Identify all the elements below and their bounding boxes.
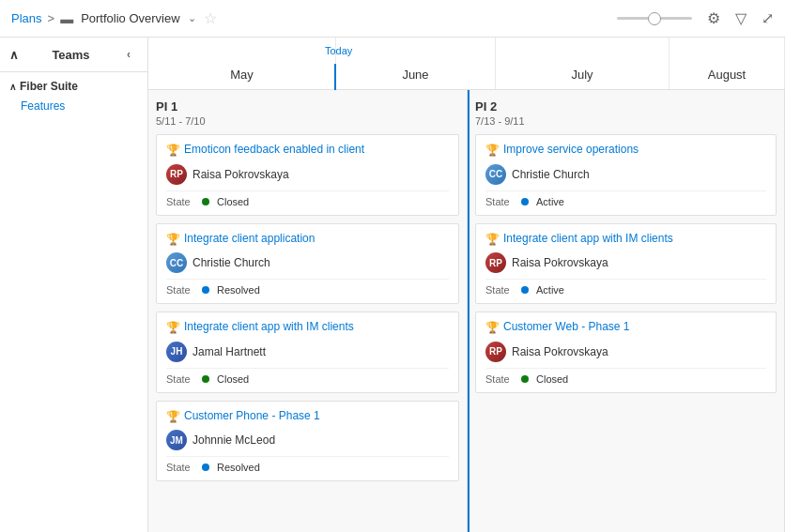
timeline-header: Today May June July August (148, 38, 785, 90)
feature-title: 🏆 Integrate client app with IM clients (166, 320, 449, 336)
feature-card[interactable]: 🏆 Customer Phone - Phase 1 JM Johnnie Mc… (156, 401, 459, 482)
month-august: August (670, 38, 785, 89)
expand-icon[interactable]: ⤢ (762, 9, 774, 27)
assignee-name: Raisa Pokrovskaya (512, 345, 608, 358)
sidebar-group-header: ∧ Fiber Suite (0, 76, 147, 97)
avatar: JH (166, 342, 187, 362)
feature-card[interactable]: 🏆 Emoticon feedback enabled in client RP… (156, 134, 459, 216)
avatar: JM (166, 430, 187, 450)
feature-assignee: RP Raisa Pokrovskaya (485, 252, 766, 273)
feature-title: 🏆 Customer Phone - Phase 1 (166, 409, 449, 425)
assignee-name: Raisa Pokrovskaya (512, 256, 608, 269)
state-label: State (166, 196, 194, 207)
sidebar-group-fiber-suite: ∧ Fiber Suite Features (0, 72, 147, 119)
feature-assignee: CC Christie Church (166, 252, 449, 273)
feature-state: State Active (485, 190, 766, 207)
feature-assignee: RP Raisa Pokrovskaya (485, 342, 766, 362)
avatar: RP (166, 164, 187, 185)
feature-assignee: JH Jamal Hartnett (166, 342, 449, 362)
state-dot (521, 286, 529, 294)
slider-thumb[interactable] (648, 12, 661, 25)
trophy-icon: 🏆 (166, 144, 180, 159)
assignee-name: Johnnie McLeod (192, 433, 275, 447)
state-value: Resolved (217, 462, 260, 473)
feature-state: State Resolved (166, 456, 449, 473)
pi2-column: PI 2 7/13 - 9/11 🏆 Improve service opera… (468, 90, 785, 532)
state-dot (521, 375, 529, 383)
state-dot (521, 198, 529, 205)
trophy-icon: 🏆 (485, 321, 500, 336)
breadcrumb-separator: > (48, 11, 55, 25)
feature-state: State Active (485, 279, 766, 296)
feature-title: 🏆 Integrate client app with IM clients (485, 232, 766, 248)
feature-state: State Closed (485, 368, 766, 385)
month-may: May (148, 38, 336, 89)
feature-card[interactable]: 🏆 Integrate client app with IM clients R… (475, 223, 777, 305)
content-area: Today May June July August P (148, 38, 785, 532)
portfolio-icon: ▬ (60, 11, 73, 26)
avatar: RP (485, 342, 506, 362)
breadcrumb-chevron-icon[interactable]: ⌄ (188, 12, 196, 24)
sidebar: ∧ Teams ‹ ∧ Fiber Suite Features (0, 38, 148, 532)
breadcrumb: Plans > ▬ Portfolio Overview ⌄ (11, 11, 196, 26)
state-dot (202, 375, 209, 383)
avatar: RP (485, 252, 506, 273)
month-june: June (336, 38, 496, 89)
filter-icon[interactable]: ▽ (735, 9, 747, 27)
state-label: State (485, 373, 514, 385)
month-july: July (496, 38, 670, 89)
group-chevron-icon: ∧ (9, 82, 16, 92)
sidebar-group-label: Fiber Suite (20, 80, 78, 93)
slider-track (617, 17, 692, 20)
timeline-body: PI 1 5/11 - 7/10 🏆 Emoticon feedback ena… (148, 90, 785, 532)
feature-card[interactable]: 🏆 Customer Web - Phase 1 RP Raisa Pokrov… (475, 312, 777, 393)
sidebar-teams-label: Teams (52, 48, 89, 62)
feature-state: State Closed (166, 368, 449, 385)
trophy-icon: 🏆 (166, 410, 180, 425)
avatar: CC (485, 164, 506, 185)
pi2-label: PI 2 (475, 99, 777, 114)
feature-assignee: CC Christie Church (485, 164, 766, 185)
sidebar-collapse-button[interactable]: ‹ (119, 45, 138, 64)
pi1-label: PI 1 (156, 99, 459, 114)
pi2-dates: 7/13 - 9/11 (475, 115, 777, 127)
zoom-slider[interactable] (617, 17, 692, 20)
pi1-column: PI 1 5/11 - 7/10 🏆 Emoticon feedback ena… (148, 90, 468, 532)
settings-icon[interactable]: ⚙ (707, 9, 720, 27)
trophy-icon: 🏆 (485, 233, 500, 248)
pi-section: PI 1 5/11 - 7/10 🏆 Emoticon feedback ena… (148, 90, 785, 532)
state-label: State (485, 196, 514, 207)
teams-chevron-icon: ∧ (9, 48, 19, 62)
sidebar-item-features[interactable]: Features (0, 97, 147, 115)
state-dot (202, 198, 209, 205)
state-dot (202, 464, 209, 471)
assignee-name: Christie Church (512, 168, 590, 181)
state-dot (202, 286, 209, 294)
sidebar-header: ∧ Teams ‹ (0, 38, 147, 72)
feature-card[interactable]: 🏆 Improve service operations CC Christie… (475, 134, 777, 216)
state-value: Closed (536, 373, 568, 385)
state-value: Resolved (217, 284, 260, 296)
state-value: Closed (217, 373, 249, 385)
feature-assignee: RP Raisa Pokrovskaya (166, 164, 449, 185)
feature-title: 🏆 Improve service operations (485, 143, 766, 159)
feature-title: 🏆 Emoticon feedback enabled in client (166, 143, 449, 159)
trophy-icon: 🏆 (485, 144, 500, 159)
state-value: Active (536, 196, 564, 207)
feature-card[interactable]: 🏆 Integrate client application CC Christ… (156, 223, 459, 305)
state-label: State (166, 373, 194, 385)
state-label: State (166, 462, 194, 473)
pi1-dates: 5/11 - 7/10 (156, 115, 459, 127)
feature-card[interactable]: 🏆 Integrate client app with IM clients J… (156, 312, 459, 393)
feature-title: 🏆 Customer Web - Phase 1 (485, 320, 766, 336)
feature-state: State Resolved (166, 279, 449, 296)
assignee-name: Jamal Hartnett (192, 345, 266, 358)
feature-state: State Closed (166, 190, 449, 207)
header-controls: ⚙ ▽ ⤢ (617, 9, 774, 27)
app-header: Plans > ▬ Portfolio Overview ⌄ ☆ ⚙ ▽ ⤢ (0, 0, 785, 38)
state-label: State (485, 284, 514, 296)
breadcrumb-plans-link[interactable]: Plans (11, 11, 42, 25)
state-label: State (166, 284, 194, 296)
feature-assignee: JM Johnnie McLeod (166, 430, 449, 450)
favorite-star-icon[interactable]: ☆ (204, 9, 217, 27)
